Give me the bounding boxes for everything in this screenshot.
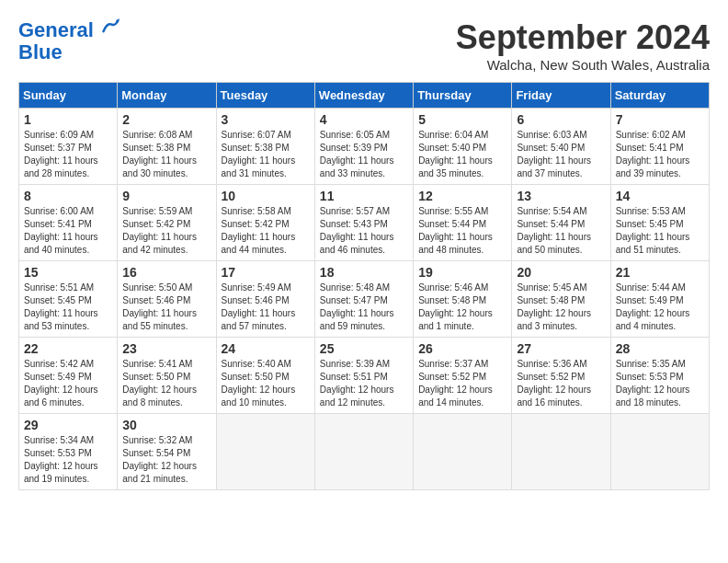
day-info: Sunrise: 5:50 AM Sunset: 5:46 PM Dayligh… [122,282,210,333]
day-info: Sunrise: 6:00 AM Sunset: 5:41 PM Dayligh… [24,205,112,257]
calendar-table: SundayMondayTuesdayWednesdayThursdayFrid… [18,82,710,490]
sunrise-label: Sunrise: 6:07 AM [222,130,291,140]
day-info: Sunrise: 5:39 AM Sunset: 5:51 PM Dayligh… [320,358,408,409]
sunrise-label: Sunrise: 6:02 AM [616,130,686,140]
sunrise-label: Sunrise: 5:55 AM [418,206,488,216]
sunrise-label: Sunrise: 5:58 AM [222,206,291,216]
daylight-label: Daylight: 11 hours and 37 minutes. [517,155,591,178]
sunrise-label: Sunrise: 5:50 AM [122,282,192,293]
daylight-label: Daylight: 11 hours and 55 minutes. [122,308,197,331]
calendar-cell: 24 Sunrise: 5:40 AM Sunset: 5:50 PM Dayl… [216,338,314,414]
daylight-label: Daylight: 12 hours and 3 minutes. [517,308,591,331]
day-info: Sunrise: 5:51 AM Sunset: 5:45 PM Dayligh… [24,282,112,333]
day-info: Sunrise: 6:03 AM Sunset: 5:40 PM Dayligh… [517,129,605,180]
daylight-label: Daylight: 12 hours and 1 minute. [418,308,493,331]
sunrise-label: Sunrise: 5:32 AM [122,435,192,445]
day-number: 7 [616,112,704,127]
sunrise-label: Sunrise: 6:05 AM [320,130,390,140]
sunset-label: Sunset: 5:38 PM [122,143,190,153]
col-header-tuesday: Tuesday [216,83,314,109]
calendar-cell: 23 Sunrise: 5:41 AM Sunset: 5:50 PM Dayl… [118,338,216,414]
page-header: General Blue September 2024 Walcha, New … [18,18,710,73]
sunset-label: Sunset: 5:47 PM [320,295,388,305]
sunset-label: Sunset: 5:49 PM [24,372,92,382]
sunset-label: Sunset: 5:41 PM [616,143,684,153]
calendar-cell: 14 Sunrise: 5:53 AM Sunset: 5:45 PM Dayl… [610,185,709,261]
day-number: 10 [222,189,310,203]
calendar-cell: 17 Sunrise: 5:49 AM Sunset: 5:46 PM Dayl… [216,261,314,338]
sunset-label: Sunset: 5:38 PM [222,143,290,153]
calendar-cell: 9 Sunrise: 5:59 AM Sunset: 5:42 PM Dayli… [118,185,216,261]
day-info: Sunrise: 6:08 AM Sunset: 5:38 PM Dayligh… [122,129,210,180]
calendar-cell: 1 Sunrise: 6:09 AM Sunset: 5:37 PM Dayli… [19,109,118,185]
daylight-label: Daylight: 11 hours and 46 minutes. [320,232,394,255]
day-number: 9 [122,189,210,203]
daylight-label: Daylight: 12 hours and 12 minutes. [320,385,394,408]
daylight-label: Daylight: 12 hours and 21 minutes. [122,461,197,484]
calendar-cell: 30 Sunrise: 5:32 AM Sunset: 5:54 PM Dayl… [118,414,216,490]
sunset-label: Sunset: 5:44 PM [517,219,585,229]
day-number: 28 [616,341,704,356]
day-number: 24 [222,341,310,356]
sunset-label: Sunset: 5:53 PM [24,448,92,458]
calendar-cell: 22 Sunrise: 5:42 AM Sunset: 5:49 PM Dayl… [19,338,118,414]
day-number: 4 [320,112,408,127]
sunrise-label: Sunrise: 5:48 AM [320,282,390,293]
calendar-cell [216,414,314,490]
calendar-week-5: 29 Sunrise: 5:34 AM Sunset: 5:53 PM Dayl… [19,414,710,490]
sunset-label: Sunset: 5:46 PM [222,295,290,305]
day-number: 5 [418,112,506,127]
sunrise-label: Sunrise: 5:40 AM [222,359,291,369]
calendar-cell: 18 Sunrise: 5:48 AM Sunset: 5:47 PM Dayl… [314,261,413,338]
day-number: 12 [418,189,506,203]
day-number: 20 [517,265,605,280]
day-number: 15 [24,265,112,280]
daylight-label: Daylight: 12 hours and 10 minutes. [222,385,296,408]
header-row: SundayMondayTuesdayWednesdayThursdayFrid… [19,83,710,109]
sunset-label: Sunset: 5:54 PM [122,448,190,458]
day-number: 13 [517,189,605,203]
calendar-cell: 3 Sunrise: 6:07 AM Sunset: 5:38 PM Dayli… [216,109,314,185]
daylight-label: Daylight: 12 hours and 14 minutes. [418,385,493,408]
daylight-label: Daylight: 12 hours and 16 minutes. [517,385,591,408]
day-info: Sunrise: 5:49 AM Sunset: 5:46 PM Dayligh… [222,282,310,333]
sunrise-label: Sunrise: 5:53 AM [616,206,686,216]
sunset-label: Sunset: 5:45 PM [616,219,684,229]
logo-text: General [18,18,119,41]
day-info: Sunrise: 6:02 AM Sunset: 5:41 PM Dayligh… [616,129,704,180]
calendar-week-1: 1 Sunrise: 6:09 AM Sunset: 5:37 PM Dayli… [19,109,710,185]
daylight-label: Daylight: 11 hours and 57 minutes. [222,308,296,331]
daylight-label: Daylight: 12 hours and 4 minutes. [616,308,690,331]
sunrise-label: Sunrise: 5:42 AM [24,359,94,369]
day-info: Sunrise: 5:32 AM Sunset: 5:54 PM Dayligh… [122,434,210,486]
day-info: Sunrise: 6:04 AM Sunset: 5:40 PM Dayligh… [418,129,506,180]
calendar-cell: 11 Sunrise: 5:57 AM Sunset: 5:43 PM Dayl… [314,185,413,261]
daylight-label: Daylight: 11 hours and 33 minutes. [320,155,394,178]
sunrise-label: Sunrise: 6:09 AM [24,130,94,140]
sunrise-label: Sunrise: 5:59 AM [122,206,192,216]
daylight-label: Daylight: 12 hours and 18 minutes. [616,385,690,408]
day-info: Sunrise: 5:46 AM Sunset: 5:48 PM Dayligh… [418,282,506,333]
calendar-cell: 2 Sunrise: 6:08 AM Sunset: 5:38 PM Dayli… [118,109,216,185]
calendar-cell: 4 Sunrise: 6:05 AM Sunset: 5:39 PM Dayli… [314,109,413,185]
sunrise-label: Sunrise: 5:49 AM [222,282,291,293]
day-number: 14 [616,189,704,203]
day-number: 2 [122,112,210,127]
calendar-cell [610,414,709,490]
day-number: 3 [222,112,310,127]
sunrise-label: Sunrise: 6:03 AM [517,130,586,140]
sunset-label: Sunset: 5:37 PM [24,143,92,153]
sunset-label: Sunset: 5:42 PM [222,219,290,229]
day-number: 22 [24,341,112,356]
sunrise-label: Sunrise: 5:35 AM [616,359,686,369]
day-info: Sunrise: 5:35 AM Sunset: 5:53 PM Dayligh… [616,358,704,409]
day-info: Sunrise: 5:48 AM Sunset: 5:47 PM Dayligh… [320,282,408,333]
sunset-label: Sunset: 5:48 PM [418,295,486,305]
day-info: Sunrise: 5:37 AM Sunset: 5:52 PM Dayligh… [418,358,506,409]
calendar-cell: 10 Sunrise: 5:58 AM Sunset: 5:42 PM Dayl… [216,185,314,261]
calendar-cell: 27 Sunrise: 5:36 AM Sunset: 5:52 PM Dayl… [512,338,610,414]
logo-subtext: Blue [18,41,119,63]
col-header-monday: Monday [118,83,216,109]
day-number: 27 [517,341,605,356]
day-number: 6 [517,112,605,127]
